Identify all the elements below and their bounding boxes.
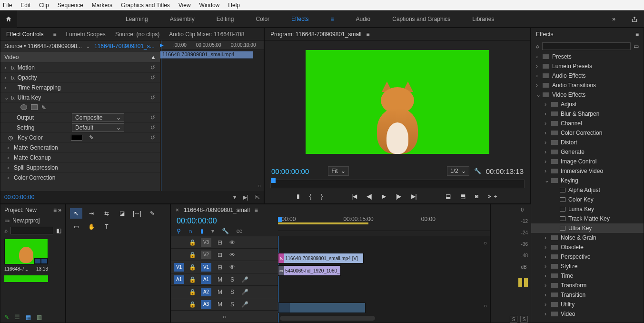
track-a2[interactable]: A2 <box>201 288 211 296</box>
playhead[interactable] <box>278 217 282 222</box>
project-bin-item[interactable]: 116648-7...13:13 <box>4 239 48 272</box>
workspace-libraries[interactable]: Libraries <box>472 16 494 22</box>
tab-audio-clip-mixer[interactable]: Audio Clip Mixer: 116648-708 <box>169 31 244 38</box>
folder-color-correction[interactable]: ›Color Correction <box>531 128 644 138</box>
step-forward-button[interactable]: |▶ <box>396 193 401 200</box>
share-button[interactable] <box>625 16 644 22</box>
output-dropdown[interactable]: Composite⌄ <box>72 113 124 122</box>
playhead[interactable] <box>161 40 161 191</box>
folder-transition[interactable]: ›Transition <box>531 290 644 300</box>
workspace-learning[interactable]: Learning <box>126 16 148 22</box>
folder-channel[interactable]: ›Channel <box>531 119 644 128</box>
timeline-tracks-area[interactable]: fx116648-708909801_small.mp4 [V] ▭544006… <box>278 236 490 323</box>
folder-adjust[interactable]: ›Adjust <box>531 100 644 109</box>
menu-graphics-and-titles[interactable]: Graphics and Titles <box>121 2 170 9</box>
export-frame-icon[interactable]: ⇱ <box>255 194 260 201</box>
folder-video[interactable]: ›Video <box>531 309 644 319</box>
reset-icon[interactable]: ↺ <box>150 94 155 101</box>
lock-icon[interactable]: 🔒 <box>189 301 196 308</box>
track-select-tool[interactable]: ⇥ <box>85 208 98 219</box>
extract-button[interactable]: ⬒ <box>460 193 466 200</box>
menu-clip[interactable]: Clip <box>39 2 49 9</box>
play-only-icon[interactable]: ▶| <box>243 194 248 201</box>
tab-effect-controls[interactable]: Effect Controls <box>6 31 43 38</box>
solo-toggle[interactable]: S <box>228 301 236 308</box>
hand-tool[interactable]: ✋ <box>85 222 98 232</box>
folder-utility[interactable]: ›Utility <box>531 300 644 309</box>
mask-pen-icon[interactable]: ✎ <box>41 104 46 111</box>
stopwatch-icon[interactable]: ◷ <box>8 134 13 141</box>
track-output-icon[interactable]: 👁 <box>228 239 236 246</box>
timeline-clip-v3[interactable]: fx116648-708909801_small.mp4 [V] <box>278 253 364 263</box>
eyedropper-icon[interactable]: ✎ <box>89 134 94 141</box>
effects-search-input[interactable] <box>542 42 631 50</box>
track-output-icon[interactable]: 👁 <box>228 264 236 271</box>
settings-icon[interactable]: 🔧 <box>474 168 481 174</box>
program-timecode-left[interactable]: 00:00:00:00 <box>271 167 309 175</box>
lock-icon[interactable]: 🔒 <box>189 264 196 271</box>
folder-time[interactable]: ›Time <box>531 271 644 281</box>
program-scrubber[interactable] <box>270 180 525 188</box>
voice-over-icon[interactable]: 🎤 <box>241 301 248 308</box>
type-tool[interactable]: T <box>100 222 113 232</box>
source-patch-v1[interactable]: V1 <box>174 263 184 272</box>
folder-noise-grain[interactable]: ›Noise & Grain <box>531 233 644 242</box>
go-to-in-button[interactable]: |◀ <box>351 193 357 200</box>
panel-menu-icon[interactable]: ≡ <box>255 207 258 213</box>
zoom-fit-dropdown[interactable]: Fit⌄ <box>328 166 348 176</box>
folder-generate[interactable]: ›Generate <box>531 147 644 157</box>
tab-source[interactable]: Source: (no clips) <box>115 31 159 38</box>
new-bin-icon[interactable]: ▭ <box>634 43 639 50</box>
timeline-timecode[interactable]: 00:00:00:00 <box>171 216 278 226</box>
sequence-name-link[interactable]: 116648-708909801_s... <box>94 43 155 50</box>
lock-icon[interactable]: 🔒 <box>189 289 196 295</box>
mute-toggle[interactable]: M <box>216 301 224 308</box>
snap-icon[interactable]: ⚲ <box>177 228 181 234</box>
menu-edit[interactable]: Edit <box>20 2 30 9</box>
play-button[interactable]: ▶ <box>382 193 386 200</box>
menu-markers[interactable]: Markers <box>92 2 112 9</box>
workspace-overflow[interactable]: » <box>603 16 625 22</box>
section-collapse-icon[interactable]: ▲ <box>150 54 156 61</box>
workspace-audio[interactable]: Audio <box>356 16 371 22</box>
folder-keying[interactable]: ⌄Keying <box>531 176 644 185</box>
program-monitor-view[interactable] <box>306 50 489 154</box>
folder-image-control[interactable]: ›Image Control <box>531 157 644 166</box>
list-view-icon[interactable]: ☰ <box>15 314 20 321</box>
timeline-scroll-up[interactable]: ○ <box>484 240 487 246</box>
param-color-correction[interactable]: Color Correction <box>14 174 55 181</box>
settings-icon[interactable]: 🔧 <box>222 228 229 234</box>
export-frame-button[interactable]: ◙ <box>475 193 478 200</box>
mark-in-button[interactable]: { <box>309 193 311 200</box>
effect-ultra-key[interactable]: Ultra Key <box>531 223 644 233</box>
slip-tool[interactable]: |↔| <box>131 208 143 219</box>
reset-icon[interactable]: ↺ <box>150 134 155 141</box>
menu-sequence[interactable]: Sequence <box>58 2 83 9</box>
folder-stylize[interactable]: ›Stylize <box>531 262 644 271</box>
step-back-button[interactable]: ◀| <box>367 193 372 200</box>
panel-menu-icon[interactable]: ≡ <box>635 31 639 38</box>
linked-selection-icon[interactable]: ∩ <box>188 228 193 234</box>
effect-alpha-adjust[interactable]: Alpha Adjust <box>531 185 644 195</box>
project-search-input[interactable] <box>10 227 53 234</box>
solo-toggle[interactable]: S <box>228 289 236 295</box>
effect-controls-timeline[interactable]: ▶ :00:00 00:00:05:00 00:00:10:00 116648-… <box>160 40 264 191</box>
solo-right-button[interactable]: S <box>520 316 528 323</box>
caption-track-icon[interactable]: cc <box>237 228 242 234</box>
folder-audio-transitions[interactable]: ›Audio Transitions <box>531 81 644 90</box>
timeline-zoom-scrollbar[interactable] <box>280 316 375 321</box>
folder-perspective[interactable]: ›Perspective <box>531 252 644 262</box>
param-matte-generation[interactable]: Matte Generation <box>14 144 58 151</box>
folder-lumetri-presets[interactable]: ›Lumetri Presets <box>531 61 644 71</box>
folder-obsolete[interactable]: ›Obsolete <box>531 242 644 252</box>
timeline-track-options[interactable]: ○ <box>223 313 226 320</box>
lock-icon[interactable]: 🔒 <box>189 252 196 258</box>
freeform-view-icon[interactable]: ▥ <box>37 314 42 321</box>
reset-icon[interactable]: ↺ <box>150 114 155 121</box>
lock-icon[interactable]: 🔒 <box>189 276 196 283</box>
add-marker-icon[interactable]: ▮ <box>200 228 204 234</box>
panel-menu-icon[interactable]: ≡ <box>53 31 56 38</box>
voice-over-icon[interactable]: 🎤 <box>241 289 248 295</box>
project-bin-item[interactable] <box>4 275 48 282</box>
folder-immersive-video[interactable]: ›Immersive Video <box>531 166 644 176</box>
